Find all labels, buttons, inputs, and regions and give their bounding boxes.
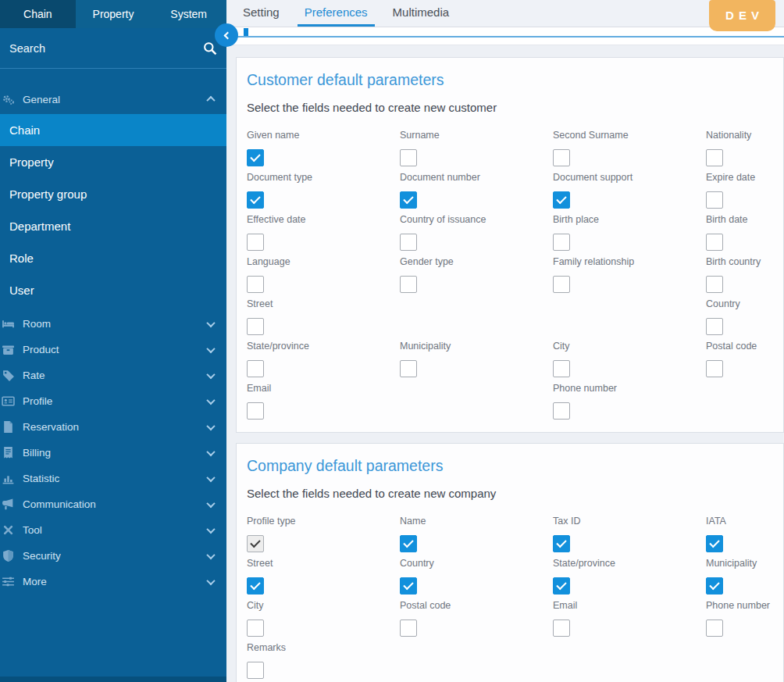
checkbox-birth-date[interactable] bbox=[706, 234, 723, 251]
field-label: City bbox=[553, 339, 706, 353]
sidebar-item-property-group[interactable]: Property group bbox=[0, 178, 226, 210]
sidebar-collapse-button[interactable] bbox=[215, 23, 238, 47]
field-label: Street bbox=[247, 297, 400, 311]
field-cell: Birth date bbox=[706, 212, 784, 255]
checkbox-phone-number[interactable] bbox=[553, 402, 570, 420]
checkbox-postal-code[interactable] bbox=[400, 620, 417, 637]
checkbox-document-number[interactable] bbox=[400, 191, 417, 209]
field-label: Document number bbox=[400, 170, 553, 184]
topnav-tab-property[interactable]: Property bbox=[76, 0, 151, 28]
checkbox-second-surname[interactable] bbox=[553, 149, 570, 166]
checkbox-birth-place[interactable] bbox=[553, 234, 570, 251]
sidebar-item-role[interactable]: Role bbox=[0, 242, 226, 274]
chevron-down-icon bbox=[206, 550, 215, 559]
checkbox-effective-date[interactable] bbox=[247, 234, 264, 251]
checkbox-given-name[interactable] bbox=[247, 149, 264, 166]
chevron-down-icon bbox=[206, 524, 215, 533]
section-subtitle: Select the fields needed to create new c… bbox=[247, 100, 783, 116]
checkbox-tax-id[interactable] bbox=[553, 535, 570, 552]
sidebar-section-room[interactable]: Room bbox=[0, 311, 226, 337]
field-cell: Surname bbox=[400, 128, 553, 170]
panel-divider-line bbox=[226, 36, 784, 37]
checkbox-family-relationship[interactable] bbox=[553, 276, 570, 293]
field-label: Surname bbox=[400, 128, 553, 142]
empty-cell bbox=[553, 641, 706, 682]
checkbox-grid: Given name Surname Second Surname Nation… bbox=[247, 128, 783, 423]
sidebar-section-reservation[interactable]: Reservation bbox=[0, 414, 226, 440]
checkbox-state-province[interactable] bbox=[247, 360, 264, 377]
sidebar-section-product[interactable]: Product bbox=[0, 337, 226, 362]
field-cell: Profile type bbox=[247, 514, 400, 556]
field-label: Country bbox=[400, 556, 553, 570]
checkbox-street[interactable] bbox=[247, 318, 264, 335]
sidebar-section-tool[interactable]: Tool bbox=[0, 517, 226, 543]
field-label: Document support bbox=[553, 170, 706, 184]
checkbox-profile-type[interactable] bbox=[247, 535, 264, 552]
sidebar-section-general[interactable]: General bbox=[0, 84, 226, 114]
checkbox-phone-number[interactable] bbox=[706, 620, 723, 637]
field-cell: Document type bbox=[247, 170, 400, 212]
checkbox-street[interactable] bbox=[247, 577, 264, 595]
file-icon bbox=[2, 420, 15, 434]
checkbox-surname[interactable] bbox=[400, 149, 417, 166]
checkbox-municipality[interactable] bbox=[400, 360, 417, 377]
tab-setting[interactable]: Setting bbox=[236, 0, 287, 27]
sidebar-bottom-strip bbox=[0, 677, 226, 682]
field-cell: City bbox=[247, 598, 400, 641]
checkbox-language[interactable] bbox=[247, 276, 264, 293]
sidebar-section-statistic[interactable]: Statistic bbox=[0, 466, 226, 491]
checkbox-municipality[interactable] bbox=[706, 577, 723, 595]
chevron-down-icon bbox=[206, 473, 215, 481]
checkbox-remarks[interactable] bbox=[247, 662, 264, 679]
checkbox-document-support[interactable] bbox=[553, 191, 570, 209]
search-input[interactable] bbox=[9, 42, 203, 55]
checkbox-nationality[interactable] bbox=[706, 149, 723, 166]
checkbox-birth-country[interactable] bbox=[706, 276, 723, 293]
field-label: Tax ID bbox=[553, 514, 706, 528]
checkbox-gender-type[interactable] bbox=[400, 276, 417, 293]
search-icon[interactable] bbox=[203, 41, 217, 55]
sidebar-section-profile[interactable]: Profile bbox=[0, 388, 226, 414]
sidebar-section-more[interactable]: More bbox=[0, 569, 226, 595]
checkbox-iata[interactable] bbox=[706, 535, 723, 552]
checkbox-email[interactable] bbox=[247, 402, 264, 420]
field-cell: Expire date bbox=[706, 170, 784, 212]
checkbox-document-type[interactable] bbox=[247, 191, 264, 209]
checkbox-email[interactable] bbox=[553, 620, 570, 637]
field-cell: Document number bbox=[400, 170, 553, 212]
field-cell: Email bbox=[247, 381, 400, 423]
checkbox-expire-date[interactable] bbox=[706, 191, 723, 209]
tab-multimedia[interactable]: Multimedia bbox=[386, 0, 457, 27]
topnav-tab-system[interactable]: System bbox=[151, 0, 226, 28]
checkbox-country[interactable] bbox=[706, 318, 723, 335]
checkbox-postal-code[interactable] bbox=[706, 360, 723, 377]
sidebar-item-department[interactable]: Department bbox=[0, 210, 226, 242]
checkbox-name[interactable] bbox=[400, 535, 417, 552]
field-label: Gender type bbox=[400, 255, 553, 269]
chevron-down-icon bbox=[206, 370, 215, 378]
checkbox-city[interactable] bbox=[247, 620, 264, 637]
topnav-tab-chain[interactable]: Chain bbox=[0, 0, 76, 28]
checkbox-city[interactable] bbox=[553, 360, 570, 377]
sidebar-item-user[interactable]: User bbox=[0, 274, 226, 306]
sidebar-section-communication[interactable]: Communication bbox=[0, 491, 226, 517]
checkbox-state-province[interactable] bbox=[553, 577, 570, 595]
field-cell: Email bbox=[553, 598, 706, 641]
sidebar-section-security[interactable]: Security bbox=[0, 543, 226, 569]
field-cell: Municipality bbox=[400, 339, 553, 381]
field-cell: Country bbox=[706, 297, 784, 339]
sidebar-section-billing[interactable]: Billing bbox=[0, 440, 226, 466]
field-cell: Remarks bbox=[247, 641, 400, 682]
field-cell: Phone number bbox=[553, 381, 706, 423]
chevron-left-icon bbox=[224, 31, 232, 39]
field-label: Country of issuance bbox=[400, 212, 553, 227]
sidebar-item-chain[interactable]: Chain bbox=[0, 114, 226, 146]
field-label: Remarks bbox=[247, 641, 400, 655]
sidebar-item-property[interactable]: Property bbox=[0, 146, 226, 178]
field-label: Street bbox=[247, 556, 400, 570]
checkbox-country-of-issuance[interactable] bbox=[400, 234, 417, 251]
checkbox-country[interactable] bbox=[400, 577, 417, 595]
sidebar-section-rate[interactable]: Rate bbox=[0, 362, 226, 388]
page: Customer default parameters Select the f… bbox=[226, 45, 784, 682]
tab-preferences[interactable]: Preferences bbox=[298, 0, 375, 27]
